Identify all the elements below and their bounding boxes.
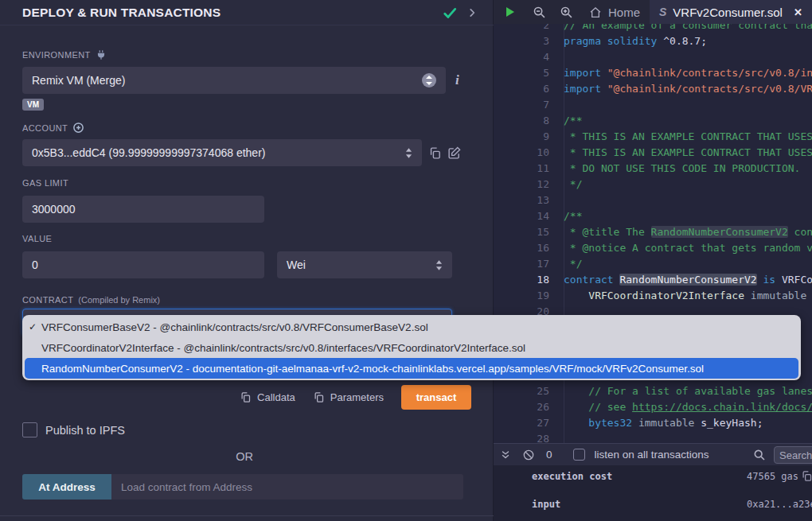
at-address-input[interactable] (111, 474, 463, 500)
search-icon (753, 449, 766, 461)
code-line: 18contract RandomNumberConsumerV2 is VRF… (494, 272, 812, 288)
environment-select[interactable]: Remix VM (Merge) (22, 67, 446, 94)
terminal-row-value: 47565 gas (747, 471, 798, 482)
listen-all-transactions-label: listen on all transactions (595, 449, 709, 461)
terminal-row-label: execution cost (532, 471, 612, 482)
code-line: 16 * @notice A contract that gets random… (494, 240, 812, 256)
terminal-row-label: input (532, 499, 560, 510)
tab-label: VRFv2Consumer.sol (673, 6, 783, 19)
unit-caret-icon (435, 260, 443, 270)
code-line: 10 * THIS IS AN EXAMPLE CONTRACT THAT US… (494, 145, 812, 161)
code-line: 14/** (494, 208, 812, 224)
zoom-in-icon[interactable] (552, 0, 580, 24)
value-label: VALUE (22, 234, 52, 243)
panel-title: DEPLOY & RUN TRANSACTIONS (22, 6, 441, 20)
code-line: 27 bytes32 immutable s_keyHash; (494, 415, 812, 431)
code-line: 7 (494, 97, 812, 113)
clear-console-icon[interactable] (522, 449, 535, 461)
editor-topbar: Home S VRFv2Consumer.sol ✕ (494, 0, 812, 24)
value-input[interactable] (22, 251, 264, 278)
code-line: 6import "@chainlink/contracts/src/v0.8/V… (494, 81, 812, 97)
editor-region: Home S VRFv2Consumer.sol ✕ 2// An exampl… (494, 0, 812, 521)
code-line: 26 // see https://docs.chain.link/docs/v… (494, 399, 812, 415)
tab-home[interactable]: Home (580, 0, 650, 24)
home-icon (589, 5, 602, 19)
vm-badge: VM (22, 99, 44, 111)
code-line: 19 VRFCoordinatorV2Interface immutable C… (494, 288, 812, 304)
code-line: 9 * THIS IS AN EXAMPLE CONTRACT THAT USE… (494, 129, 812, 145)
calldata-button[interactable]: Calldata (240, 391, 295, 403)
zoom-out-icon[interactable] (525, 0, 552, 24)
dropdown-option-vrfconsumerbasev2[interactable]: ✓ VRFConsumerBaseV2 - @chainlink/contrac… (22, 317, 801, 337)
contract-dropdown-menu: ✓ VRFConsumerBaseV2 - @chainlink/contrac… (22, 315, 801, 380)
compile-success-check-icon (441, 4, 459, 21)
selected-check-icon: ✓ (27, 321, 38, 332)
code-line: 12 */ (494, 177, 812, 192)
code-line: 4 (494, 49, 812, 65)
code-line: 3pragma solidity ^0.8.7; (494, 33, 812, 49)
dropdown-option-randomnumberconsumerv2[interactable]: RandomNumberConsumerV2 - documentation-g… (25, 358, 798, 379)
listen-all-transactions-checkbox[interactable] (573, 449, 585, 461)
gas-limit-label: GAS LIMIT (22, 178, 68, 188)
code-line: 15 * @title The RandomNumberConsumerV2 c… (494, 224, 812, 240)
environment-value: Remix VM (Merge) (32, 74, 125, 87)
deploy-actions-row: Calldata Parameters transact (0, 384, 471, 410)
terminal-output[interactable]: execution cost 47565 gas input 0xa21...a… (494, 465, 812, 521)
clipped-code-line: 2// An example of a consumer contract th… (494, 24, 812, 33)
publish-ipfs-label: Publish to IPFS (45, 424, 125, 437)
publish-ipfs-checkbox[interactable] (22, 422, 37, 437)
remix-ide-window: DEPLOY & RUN TRANSACTIONS ENVIRONMENT Re… (0, 0, 812, 521)
panel-divider (0, 515, 494, 516)
at-address-button[interactable]: At Address (22, 474, 111, 500)
account-select[interactable]: 0x5B3...eddC4 (99.99999999997374068 ethe… (22, 139, 422, 166)
terminal-search-input[interactable] (774, 446, 812, 464)
environment-info-icon[interactable]: i (455, 72, 459, 88)
code-line: 11 * DO NOT USE THIS CODE IN PRODUCTION. (494, 161, 812, 177)
terminal-collapse-icon[interactable] (500, 449, 511, 461)
contract-sublabel: (Compiled by Remix) (78, 295, 160, 305)
code-line: 17 */ (494, 256, 812, 272)
add-account-icon[interactable] (72, 122, 84, 134)
code-line: 13 (494, 192, 812, 208)
account-label: ACCOUNT (22, 122, 84, 134)
code-lines: 3pragma solidity ^0.8.7; 4 5import "@cha… (494, 33, 812, 443)
plug-icon (96, 49, 107, 60)
value-unit-select[interactable]: Wei (277, 251, 452, 278)
copy-account-icon[interactable] (428, 146, 442, 160)
solidity-file-icon: S (659, 6, 666, 18)
terminal-row-value: 0xa21...a23e4 (747, 499, 812, 510)
run-script-play-icon[interactable] (494, 0, 525, 24)
code-line: 28 (494, 431, 812, 443)
code-line: 25 // For a list of available gas lanes … (494, 383, 812, 399)
collapse-panel-chevron-icon[interactable] (463, 4, 481, 21)
value-unit: Wei (287, 259, 306, 271)
contract-label: CONTRACT (Compiled by Remix) (22, 295, 160, 305)
clipboard-icon (240, 391, 252, 403)
edit-account-icon[interactable] (447, 146, 461, 160)
dropdown-option-vrfcoordinatorv2interface[interactable]: VRFCoordinatorV2Interface - @chainlink/c… (22, 337, 801, 358)
clipboard-icon (313, 391, 325, 403)
transaction-count-badge: 0 (546, 449, 552, 461)
environment-caret-icon (422, 73, 436, 87)
or-separator: OR (0, 450, 489, 463)
code-line: 8/** (494, 113, 812, 129)
environment-label: ENVIRONMENT (22, 49, 107, 60)
account-caret-icon (405, 148, 412, 158)
copy-value-icon[interactable] (801, 470, 812, 482)
gas-limit-input[interactable] (22, 196, 264, 223)
parameters-button[interactable]: Parameters (313, 391, 384, 403)
close-tab-icon[interactable]: ✕ (794, 6, 802, 18)
deploy-run-panel: DEPLOY & RUN TRANSACTIONS ENVIRONMENT Re… (0, 0, 494, 521)
account-value: 0x5B3...eddC4 (99.99999999997374068 ethe… (32, 146, 265, 159)
transact-button[interactable]: transact (401, 385, 471, 410)
panel-header: DEPLOY & RUN TRANSACTIONS (0, 0, 494, 25)
code-line: 5import "@chainlink/contracts/src/v0.8/i… (494, 65, 812, 81)
terminal-bar: 0 listen on all transactions (494, 443, 812, 465)
tab-vrfv2consumer[interactable]: S VRFv2Consumer.sol ✕ (650, 0, 812, 24)
